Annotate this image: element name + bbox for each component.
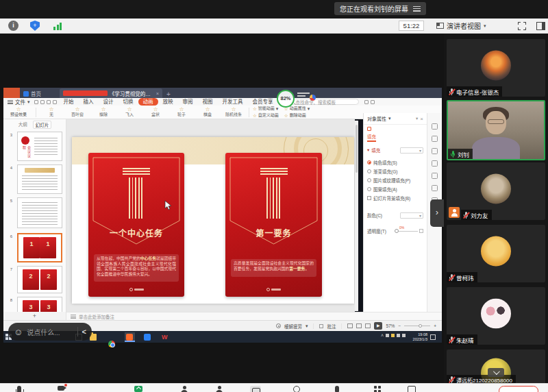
pin-icon[interactable]: ▾ (416, 116, 418, 121)
wps-office-taskbar-icon[interactable] (126, 334, 133, 341)
emoji-icon[interactable]: ☺ (14, 328, 23, 336)
fill-type-dropdown[interactable]: ▾ (400, 147, 423, 154)
system-tray[interactable]: ˄ (381, 333, 406, 338)
comment-label[interactable]: 批注 (327, 323, 336, 330)
bell-icon[interactable] (371, 100, 375, 104)
delete-animation-button[interactable]: ☆删除动画 (284, 112, 310, 119)
slide-thumbnail-7[interactable]: 2 2 (17, 266, 62, 293)
anim-effect-wheel[interactable]: ☆轮子 (169, 107, 195, 117)
wps-logo[interactable] (3, 88, 20, 98)
slides-tab[interactable]: 幻灯片 (33, 121, 52, 129)
chat-input-placeholder[interactable]: 说点什么... (27, 327, 73, 337)
radio-gradient-fill[interactable] (367, 169, 371, 173)
wps-document-tab[interactable]: 《学习贯彻党的二十大精神》党课课件 × (60, 88, 162, 98)
notes-bar[interactable]: 单击此处添加备注 (66, 312, 442, 320)
radio-pattern-fill[interactable] (367, 187, 371, 191)
participant-tile[interactable]: 谭远拓2120220858000 (447, 350, 545, 383)
zoom-in-button[interactable]: + (434, 323, 436, 328)
transparency-slider[interactable]: 0% (395, 228, 423, 234)
meeting-app-taskbar-icon[interactable] (144, 334, 151, 341)
undo-icon[interactable] (47, 100, 51, 104)
section-expander[interactable]: ▾ (367, 147, 369, 153)
participant-tile[interactable]: 刘力友 (447, 162, 545, 220)
fullscreen-button[interactable] (518, 22, 526, 30)
banner-menu-icon[interactable] (413, 6, 421, 12)
fill-tab[interactable]: 填充 (367, 133, 376, 142)
mic-toggle-button[interactable] (15, 386, 23, 392)
ribbon-tab-member[interactable]: 会员专享 (248, 98, 278, 106)
invite-button[interactable] (215, 386, 223, 392)
panel-strip-icon[interactable] (432, 160, 438, 167)
normal-view-icon[interactable] (347, 323, 353, 328)
comment-icon[interactable] (319, 324, 323, 328)
collapse-chat-icon[interactable]: < (82, 328, 86, 336)
panel-strip-icon[interactable] (432, 123, 438, 130)
more-participants-button[interactable] (488, 368, 504, 377)
anim-effect-wipe[interactable]: ☆擦除 (90, 107, 116, 117)
command-search-input[interactable]: 查找命令、搜索模板 (288, 99, 359, 105)
zoom-out-button[interactable]: − (398, 323, 401, 328)
anim-effect-flyin[interactable]: ☆飞入 (116, 107, 142, 117)
slide-thumbnail-4[interactable] (17, 164, 62, 194)
custom-animation-button[interactable]: ☆自定义动画 (253, 112, 279, 119)
panel-strip-icon[interactable] (432, 185, 438, 191)
radio-solid-fill[interactable] (367, 160, 371, 164)
banner-card-right[interactable]: 第一要务 高质量发展是全面建设社会主义现代化国家的首要任务，发展是党执政兴国的第… (225, 153, 322, 297)
taskbar-clock[interactable]: 19:08 2023/1/3 (407, 332, 427, 342)
participants-button[interactable] (180, 386, 188, 392)
network-signal-icon[interactable] (53, 22, 63, 30)
participant-tile-speaking[interactable]: 刘钊 (447, 100, 545, 160)
anim-effect-none[interactable]: ☆无 (38, 107, 64, 117)
panel-strip-icon[interactable] (432, 173, 438, 179)
anim-effect-randomlines[interactable]: ☆随机线条 (221, 107, 247, 117)
ribbon-tab-design[interactable]: 设计 (99, 98, 119, 106)
save-icon[interactable] (34, 100, 38, 104)
sorter-view-icon[interactable] (356, 323, 362, 328)
slide-thumbnail-5[interactable] (17, 197, 62, 228)
canvas-scrollbar[interactable] (355, 121, 358, 311)
zoom-slider[interactable] (404, 326, 430, 326)
preset-effects-button[interactable]: ☆ 预设效果 (3, 107, 34, 117)
apps-button[interactable] (374, 386, 382, 392)
wps-w-taskbar-icon[interactable]: W (162, 334, 168, 341)
chat-input-pill[interactable]: ☺ 说点什么... < (8, 323, 92, 341)
smart-animation-button[interactable]: ☆智能动画▾ (253, 106, 279, 112)
participant-tile[interactable]: 朱赵晴 (447, 287, 545, 345)
redo-icon[interactable] (53, 100, 57, 104)
view-mode-button[interactable]: 演讲者视图 ▾ (436, 20, 486, 32)
chrome-icon[interactable] (108, 341, 115, 347)
banner-card-left[interactable]: 一个中心任务 从现在起，中国共产党的中心任务就是团结带领全国各族人民全面建成社会… (88, 153, 184, 297)
color-dropdown[interactable]: ▾ (400, 212, 423, 219)
notification-center-icon[interactable] (430, 334, 436, 340)
anim-effect-box[interactable]: ☆盒状 (142, 107, 169, 117)
ribbon-tab-review[interactable]: 审阅 (178, 98, 198, 106)
anim-effect-checkerboard[interactable]: ☆棋盘 (195, 107, 221, 117)
slide-thumbnail-6-selected[interactable]: 1 1 (17, 233, 62, 262)
slide-thumbnail-3[interactable]: 会议议程 (17, 132, 62, 161)
reading-view-icon[interactable] (365, 323, 371, 328)
ribbon-tab-insert[interactable]: 插入 (79, 98, 99, 106)
eye-care-label[interactable]: 缓解疲劳 (284, 323, 302, 330)
ribbon-tab-animation[interactable]: 动画 (138, 98, 158, 106)
leave-meeting-button[interactable] (499, 386, 538, 392)
ribbon-tab-devtools[interactable]: 开发工具 (218, 98, 248, 106)
eye-care-icon[interactable] (276, 323, 281, 328)
new-tab-button[interactable]: + (166, 90, 171, 98)
close-tab-icon[interactable]: × (156, 90, 159, 97)
participant-tile[interactable]: 曾柯玮 (447, 225, 545, 282)
record-button[interactable] (293, 386, 301, 392)
wps-home-tab[interactable]: 首页 (20, 89, 60, 98)
radio-picture-fill[interactable] (367, 178, 371, 182)
panel-strip-icon[interactable] (432, 148, 438, 154)
anim-effect-blinds[interactable]: ☆百叶窗 (64, 107, 90, 117)
side-panel-toggle-button[interactable] (536, 22, 545, 30)
collapse-panel-button[interactable]: › (430, 199, 444, 227)
meeting-info-icon[interactable]: i (8, 21, 18, 31)
close-panel-icon[interactable]: × (420, 116, 423, 122)
checkbox-background-fill[interactable] (367, 196, 371, 200)
screen-share-button[interactable] (134, 386, 142, 392)
panel-strip-icon[interactable] (432, 136, 438, 142)
ribbon-tab-transition[interactable]: 切换 (119, 98, 138, 106)
ribbon-tab-start[interactable]: 开始 (59, 98, 79, 106)
more-tools-button[interactable] (408, 386, 416, 392)
